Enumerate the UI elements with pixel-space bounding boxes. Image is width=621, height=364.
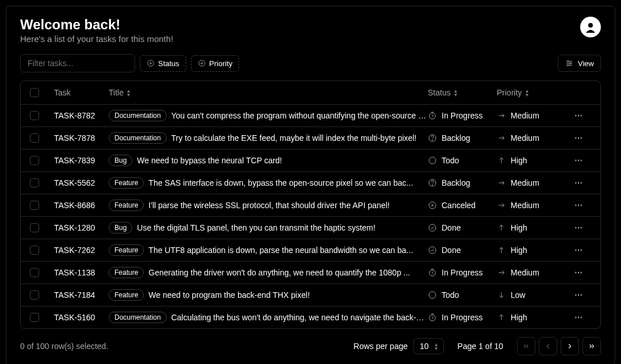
task-status: Backlog xyxy=(442,133,470,143)
table-row: TASK-5562 Feature The SAS interface is d… xyxy=(21,171,600,194)
arrow-up-icon xyxy=(497,156,506,165)
priority-filter-button[interactable]: Priority xyxy=(191,55,239,72)
task-label-badge: Documentation xyxy=(109,110,167,121)
row-checkbox[interactable] xyxy=(30,178,39,187)
task-priority: Medium xyxy=(511,133,539,143)
row-actions-button[interactable]: ⋯ xyxy=(566,201,595,210)
column-title[interactable]: Title▴▾ xyxy=(109,88,428,97)
plus-circle-icon xyxy=(198,59,206,67)
task-id: TASK-5160 xyxy=(54,313,109,322)
table-row: TASK-7262 Feature The UTF8 application i… xyxy=(21,239,600,261)
task-status: Todo xyxy=(442,156,459,165)
task-title: We need to program the back-end THX pixe… xyxy=(148,290,309,300)
task-status: In Progress xyxy=(442,268,483,277)
table-row: TASK-7184 Feature We need to program the… xyxy=(21,283,600,306)
view-label: View xyxy=(578,59,594,68)
arrow-right-icon xyxy=(497,201,506,210)
row-checkbox[interactable] xyxy=(30,133,39,143)
task-label-badge: Documentation xyxy=(109,132,167,144)
row-checkbox[interactable] xyxy=(30,201,39,210)
task-title: The SAS interface is down, bypass the op… xyxy=(148,178,413,187)
task-priority: High xyxy=(511,313,527,322)
table-row: TASK-1280 Bug Use the digital TLS panel,… xyxy=(21,216,600,239)
row-actions-button[interactable]: ⋯ xyxy=(566,290,595,300)
table-row: TASK-7878 Documentation Try to calculate… xyxy=(21,127,600,149)
rows-per-page-label: Rows per page xyxy=(354,342,408,351)
row-checkbox[interactable] xyxy=(30,111,39,120)
priority-filter-label: Priority xyxy=(209,59,232,68)
cancel-icon xyxy=(428,201,437,210)
row-actions-button[interactable]: ⋯ xyxy=(566,313,595,322)
sliders-icon xyxy=(565,59,574,68)
row-actions-button[interactable]: ⋯ xyxy=(566,111,595,120)
svg-line-44 xyxy=(432,318,434,319)
chevron-up-down-icon: ▴▾ xyxy=(435,342,438,350)
row-checkbox[interactable] xyxy=(30,223,39,232)
row-actions-button[interactable]: ⋯ xyxy=(566,246,595,255)
svg-point-40 xyxy=(429,292,436,298)
task-priority: Low xyxy=(511,290,526,300)
sort-icon: ▴▾ xyxy=(454,89,457,97)
task-priority: High xyxy=(511,156,527,165)
svg-point-31 xyxy=(429,224,436,231)
row-checkbox[interactable] xyxy=(30,246,39,255)
row-actions-button[interactable]: ⋯ xyxy=(566,133,595,143)
task-title: I'll parse the wireless SSL protocol, th… xyxy=(148,201,389,210)
column-priority[interactable]: Priority▴▾ xyxy=(497,88,566,97)
task-id: TASK-7184 xyxy=(54,290,109,300)
status-filter-button[interactable]: Status xyxy=(140,55,186,72)
column-task[interactable]: Task xyxy=(54,88,109,97)
prev-page-button[interactable] xyxy=(539,337,557,355)
timer-icon xyxy=(428,313,437,322)
view-button[interactable]: View xyxy=(558,55,601,72)
task-priority: Medium xyxy=(511,201,539,210)
check-icon xyxy=(428,246,437,255)
next-page-button[interactable] xyxy=(561,337,579,355)
selection-text: 0 of 100 row(s) selected. xyxy=(20,342,108,351)
page-indicator: Page 1 of 10 xyxy=(458,342,503,351)
table-row: TASK-8686 Feature I'll parse the wireles… xyxy=(21,194,600,216)
row-checkbox[interactable] xyxy=(30,313,39,322)
row-actions-button[interactable]: ⋯ xyxy=(566,178,595,187)
table-footer: 0 of 100 row(s) selected. Rows per page … xyxy=(20,337,601,355)
task-title: Generating the driver won't do anything,… xyxy=(148,268,410,277)
circle-icon xyxy=(428,156,437,165)
arrow-up-icon xyxy=(497,246,506,255)
avatar[interactable] xyxy=(580,17,601,37)
task-id: TASK-7839 xyxy=(54,156,109,165)
task-label-badge: Bug xyxy=(109,222,132,233)
table-row: TASK-5160 Documentation Calculating the … xyxy=(21,306,600,328)
row-checkbox[interactable] xyxy=(30,268,39,277)
task-status: Canceled xyxy=(442,201,476,210)
task-status: Done xyxy=(442,223,461,232)
row-actions-button[interactable]: ⋯ xyxy=(566,223,595,232)
task-status: In Progress xyxy=(442,111,483,120)
task-priority: Medium xyxy=(511,178,539,187)
first-page-button[interactable] xyxy=(517,337,535,355)
arrow-up-icon xyxy=(497,313,506,322)
plus-circle-icon xyxy=(147,59,155,67)
row-actions-button[interactable]: ⋯ xyxy=(566,156,595,165)
table-row: TASK-7839 Bug We need to bypass the neur… xyxy=(21,149,600,171)
column-status[interactable]: Status▴▾ xyxy=(428,88,497,97)
task-id: TASK-8686 xyxy=(54,201,109,210)
rows-per-page-select[interactable]: 10 ▴▾ xyxy=(413,338,444,354)
arrow-right-icon xyxy=(497,268,506,277)
filter-input[interactable] xyxy=(20,54,135,72)
task-id: TASK-1138 xyxy=(54,268,109,277)
task-status: Done xyxy=(442,246,461,255)
svg-point-1 xyxy=(588,23,593,28)
task-title: Calculating the bus won't do anything, w… xyxy=(171,313,428,322)
svg-line-37 xyxy=(432,273,434,274)
task-title: Use the digital TLS panel, then you can … xyxy=(137,223,375,232)
row-checkbox[interactable] xyxy=(30,290,39,300)
last-page-button[interactable] xyxy=(582,337,601,355)
select-all-checkbox[interactable] xyxy=(30,88,39,97)
task-label-badge: Bug xyxy=(109,155,132,166)
status-filter-label: Status xyxy=(158,59,179,68)
row-checkbox[interactable] xyxy=(30,156,39,165)
task-status: In Progress xyxy=(442,313,483,322)
task-title: We need to bypass the neural TCP card! xyxy=(137,156,282,165)
task-label-badge: Documentation xyxy=(109,312,167,323)
row-actions-button[interactable]: ⋯ xyxy=(566,268,595,277)
